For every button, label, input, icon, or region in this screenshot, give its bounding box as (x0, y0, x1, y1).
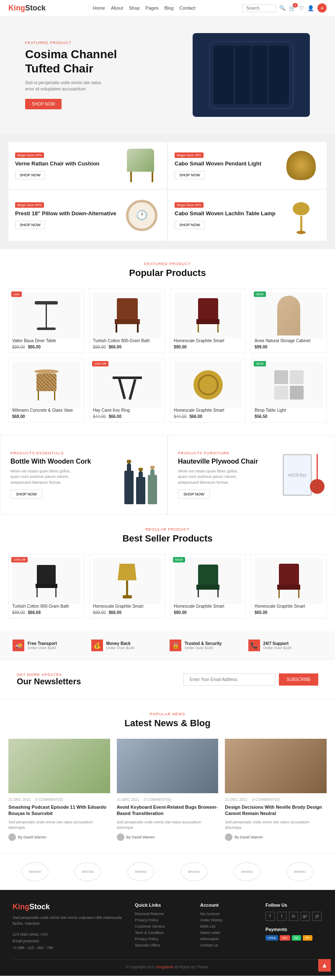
best-seller-grid: 10% Off Turkish Cotton 800-Gram Bath $99… (8, 554, 327, 619)
brand-2[interactable]: BRAND (74, 862, 101, 881)
footer-account-3[interactable]: Wish List (200, 924, 257, 928)
svg-rect-7 (129, 379, 137, 400)
footer-account-2[interactable]: Order History (200, 918, 257, 922)
user-icon[interactable]: 👤 (307, 5, 314, 11)
footer-account-6[interactable]: Contact us (200, 943, 257, 947)
nav-shop[interactable]: Shop (129, 5, 140, 10)
add-icon[interactable]: + (317, 3, 327, 13)
bottle-image (124, 446, 157, 504)
bs-new-4: $65.00 (255, 610, 268, 615)
wishlist-icon[interactable]: ♡ (299, 5, 304, 11)
footer-link-3[interactable]: Customer Service (135, 924, 192, 928)
rattan-chair-img (127, 149, 156, 182)
best-seller-label: Regular Product (8, 527, 327, 531)
footer-brand-link[interactable]: KingStock (156, 965, 173, 969)
product-card[interactable]: Turkish Cotton 800-Gram Bath $99.00 $66.… (89, 289, 165, 353)
footer-link-4[interactable]: Term & Condition (135, 931, 192, 935)
best-seller-card-2[interactable]: Homescale Graphite Smart $99.00 $66.00 (89, 554, 165, 619)
product-price: $90.00 (174, 345, 242, 349)
essential-shop-btn-bottle[interactable]: SHOP NOW (10, 490, 42, 499)
cart-icon[interactable]: 🛒2 (289, 5, 296, 11)
best-seller-card-1[interactable]: 10% Off Turkish Cotton 800-Gram Bath $99… (8, 554, 84, 619)
new-tag: NEW (254, 291, 266, 297)
author-avatar-2 (117, 833, 124, 841)
promo-save-badge-4: Mega Save 40% (175, 202, 204, 208)
nav-contact[interactable]: Contact (180, 5, 196, 10)
subscribe-button[interactable]: SUBSCRIBE (279, 673, 318, 686)
nav-blog[interactable]: Blog (165, 5, 174, 10)
product-price: $44.00 $66.00 (93, 414, 161, 419)
blog-card-1[interactable]: 21 DEC 2021 0 COMMENT(S) Smashing Podcas… (8, 739, 110, 841)
nav-home[interactable]: Home (93, 5, 105, 10)
footer-link-5[interactable]: Privacy Policy (135, 937, 192, 941)
product-card[interactable]: Witmann Concrete & Glass Vase $68.00 (8, 358, 84, 423)
best-seller-card-3[interactable]: NEW Homescale Graphite Smart $80.00 (170, 554, 246, 619)
footer-link-1[interactable]: Discount Returns (135, 912, 192, 916)
essential-title-chair: Hauteville Plywood Chair (178, 458, 258, 465)
feature-money-desc: Order Over $100 (106, 646, 135, 650)
product-card[interactable]: NEW Anne Natural Storage Cabinet $99.00 (251, 289, 327, 353)
social-youtube[interactable]: yt (312, 912, 322, 921)
product-card[interactable]: 10% Off Hay Cane Key Ring $44.00 $66.00 (89, 358, 165, 423)
product-card[interactable]: sale Valter Baua Diner Table $99.00 $66.… (8, 289, 84, 353)
blog-author-2: By David Warren (117, 833, 219, 841)
brand-1[interactable]: BRAND (21, 862, 49, 881)
promo-shop-btn-2[interactable]: SHOP NOW (175, 171, 205, 179)
bs-image-4 (255, 558, 323, 604)
feature-security-text: Trusted & Security Order Over $100 (185, 641, 222, 650)
nav-pages[interactable]: Pages (145, 5, 158, 10)
footer-quick-links-list: Discount Returns Privacy Policy Customer… (135, 912, 192, 947)
footer-quick-links-title: Quick Links (135, 903, 192, 908)
lamp-img (293, 201, 309, 234)
newsletter-email-input[interactable] (183, 673, 276, 686)
promo-info-2: Mega Save 15% Cabo Small Woven Pendant L… (175, 152, 261, 179)
essential-title-bottle: Bottle With Wooden Cork (10, 458, 91, 465)
bs-new-1: $66.68 (28, 610, 41, 615)
svg-rect-5 (113, 377, 142, 379)
social-google[interactable]: g+ (301, 912, 310, 921)
newsletter-right: SUBSCRIBE (183, 673, 318, 686)
promo-img-4 (282, 196, 320, 234)
logo[interactable]: KingStock (8, 4, 46, 13)
social-twitter[interactable]: t (277, 912, 286, 921)
footer-account-1[interactable]: My Account (200, 912, 257, 916)
brand-3[interactable]: BRAND (127, 862, 155, 881)
footer-account-list: My Account Order History Wish List News … (200, 912, 257, 947)
best-seller-card-4[interactable]: Homescale Graphite Smart $65.00 (251, 554, 327, 619)
footer-account-4[interactable]: News Letter (200, 931, 257, 935)
promo-shop-btn-3[interactable]: SHOP NOW (15, 221, 45, 229)
product-price: $56.50 (255, 414, 323, 419)
hero-shop-now-button[interactable]: SHOP NOW (25, 99, 62, 109)
product-card[interactable]: Homescale Graphite Smart $90.00 (170, 289, 246, 353)
social-facebook[interactable]: f (265, 912, 275, 921)
blog-card-3[interactable]: 21 DEC 2021 0 COMMENT(S) Design Decision… (225, 739, 327, 841)
product-image-rattan-stool (12, 362, 80, 408)
scroll-top-button[interactable]: ▲ (318, 959, 331, 972)
blog-card-2[interactable]: 21 DEC 2021 0 COMMENT(S) Avoid Keyboard … (117, 739, 219, 841)
promo-shop-btn-1[interactable]: SHOP NOW (15, 171, 45, 179)
feature-money-title: Money Back (106, 641, 135, 646)
essential-shop-btn-chair[interactable]: SHOP NOW (178, 490, 210, 499)
footer-account-5[interactable]: Information (200, 937, 257, 941)
search-icon[interactable]: 🔍 (279, 5, 286, 11)
promo-shop-btn-4[interactable]: SHOP NOW (175, 221, 205, 229)
new-price: $56.50 (255, 414, 268, 419)
promo-info-3: Mega Save 50% Presti 18" Pillow with Dow… (15, 201, 116, 229)
new-tag-bs3: NEW (173, 557, 185, 562)
hero-title-line1: Cosima Channel (25, 48, 117, 61)
chair-illustration (201, 37, 302, 117)
brand-6[interactable]: BRAND (286, 862, 314, 881)
product-card[interactable]: NEW Btrop Table Light $56.50 (251, 358, 327, 423)
footer-quick-links-col: Quick Links Discount Returns Privacy Pol… (135, 903, 192, 951)
search-input[interactable] (242, 4, 276, 12)
social-linkedin[interactable]: in (289, 912, 298, 921)
nav-about[interactable]: About (111, 5, 123, 10)
feature-security: 🔒 Trusted & Security Order Over $100 (170, 640, 244, 651)
footer-link-6[interactable]: Specials Offers (135, 943, 192, 947)
social-icons: f t in g+ yt (265, 912, 322, 921)
brand-5[interactable]: BRAND (233, 862, 260, 881)
promo-card-4: Mega Save 40% Cabo Small Woven Lachlin T… (168, 190, 327, 241)
product-card[interactable]: Homescale Graphite Smart $44.00 $66.00 (170, 358, 246, 423)
footer-link-2[interactable]: Privacy Policy (135, 918, 192, 922)
brand-4[interactable]: BRAND (180, 862, 208, 881)
